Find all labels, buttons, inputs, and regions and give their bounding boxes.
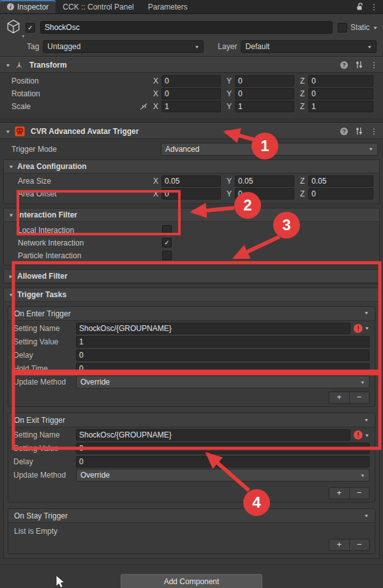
delay-field[interactable]: 0 [76, 456, 370, 467]
transform-header[interactable]: ▼ Transform ? ⋮ [0, 57, 383, 73]
interaction-filter-foldout-icon[interactable]: ▼ [8, 212, 15, 218]
on-exit-dropdown-arrow-icon[interactable]: ▼ [364, 418, 369, 422]
y-letter: Y [227, 177, 232, 186]
remove-task-button[interactable]: − [349, 540, 370, 550]
on-enter-dropdown-arrow-icon[interactable]: ▼ [364, 311, 369, 316]
interaction-filter-header[interactable]: ▼ Interaction Filter [4, 209, 379, 222]
presets-icon[interactable] [355, 127, 363, 135]
add-component-button[interactable]: Add Component [121, 574, 262, 588]
area-size-x-field[interactable]: 0.05 [161, 175, 221, 187]
gameobject-icon[interactable]: ▾ [5, 18, 26, 37]
add-task-button[interactable]: + [329, 540, 349, 550]
cvr-trigger-header[interactable]: ▼ CVR Advanced Avatar Trigger ? ⋮ [0, 123, 383, 139]
setting-name-field[interactable]: ShockOsc/{GROUPNAME} [76, 323, 350, 334]
add-task-button[interactable]: + [329, 488, 349, 499]
setting-name-dropdown-arrow-icon[interactable]: ▼ [364, 432, 370, 437]
tab-menu-kebab-icon[interactable]: ⋮ [370, 3, 378, 11]
tab-parameters-label: Parameters [148, 3, 188, 11]
layer-value: Default [245, 42, 269, 51]
update-method-value: Override [80, 378, 110, 386]
gameobject-name-input[interactable]: ShockOsc [40, 21, 333, 34]
unlock-icon[interactable] [356, 3, 364, 11]
cvr-foldout-icon[interactable]: ▼ [5, 128, 11, 134]
unity-inspector-window: i Inspector CCK :: Control Panel Paramet… [0, 0, 383, 588]
area-configuration-title: Area Configuration [17, 162, 87, 171]
delay-field[interactable]: 0 [76, 349, 370, 361]
scale-z-field[interactable]: 1 [308, 101, 373, 112]
layer-dropdown[interactable]: Default ▼ [241, 40, 377, 53]
area-size-label: Area Size [18, 177, 153, 186]
icon-picker-arrow[interactable]: ▾ [22, 34, 24, 39]
allowed-filter-header[interactable]: ► Allowed Filter [4, 270, 379, 283]
update-method-arrow-icon: ▼ [360, 379, 365, 384]
tag-dropdown[interactable]: Untagged ▼ [43, 40, 204, 53]
y-letter: Y [227, 189, 232, 198]
help-icon[interactable]: ? [340, 61, 348, 69]
static-dropdown-arrow-icon[interactable]: ▼ [373, 25, 378, 29]
static-checkbox[interactable] [338, 23, 347, 33]
transform-foldout-icon[interactable]: ▼ [5, 62, 11, 68]
area-configuration-header[interactable]: ▼ Area Configuration [4, 160, 379, 173]
setting-value-field[interactable]: 0 [76, 443, 370, 454]
rotation-row: Rotation X 0 Y 0 Z 0 [11, 88, 373, 99]
area-config-foldout-icon[interactable]: ▼ [8, 164, 15, 170]
component-separator [0, 118, 383, 123]
setting-value-field[interactable]: 1 [76, 336, 370, 348]
rotation-label: Rotation [11, 89, 153, 98]
area-offset-y-field[interactable]: 0 [235, 188, 294, 200]
on-enter-trigger-header[interactable]: On Enter Trigger ▼ [8, 307, 375, 321]
on-stay-trigger-header[interactable]: On Stay Trigger ▼ [8, 509, 375, 523]
help-icon[interactable]: ? [340, 128, 348, 135]
presets-icon[interactable] [355, 61, 363, 69]
area-offset-z-field[interactable]: 0 [308, 188, 373, 200]
remove-task-button[interactable]: − [349, 392, 370, 403]
area-size-y-field[interactable]: 0.05 [235, 175, 294, 187]
trigger-mode-dropdown[interactable]: Advanced ▼ [161, 143, 378, 156]
network-interaction-checkbox[interactable]: ✓ [162, 238, 172, 247]
update-method-label: Update Method [13, 471, 76, 480]
position-z-field[interactable]: 0 [308, 75, 373, 87]
setting-name-dropdown-arrow-icon[interactable]: ▼ [364, 326, 370, 330]
rotation-y-field[interactable]: 0 [235, 88, 294, 99]
network-interaction-label: Network Interaction [18, 239, 162, 247]
transform-kebab-icon[interactable]: ⋮ [370, 61, 378, 70]
hold-time-field[interactable]: 0 [76, 363, 370, 374]
trigger-tasks-foldout-icon[interactable]: ▼ [8, 292, 15, 298]
area-offset-row: Area Offset X 0 Y 0 Z 0 [18, 188, 373, 200]
setting-value-label: Setting Value [13, 444, 76, 453]
trigger-tasks-header[interactable]: ▼ Trigger Tasks [4, 288, 379, 302]
remove-task-button[interactable]: − [349, 488, 370, 499]
update-method-arrow-icon: ▼ [360, 473, 365, 477]
tab-inspector[interactable]: i Inspector [0, 0, 56, 13]
scale-x-field[interactable]: 1 [161, 101, 221, 112]
local-interaction-checkbox[interactable] [162, 225, 172, 235]
on-stay-dropdown-arrow-icon[interactable]: ▼ [364, 513, 369, 518]
add-task-button[interactable]: + [329, 392, 349, 403]
layer-dropdown-arrow-icon: ▼ [367, 44, 372, 48]
allowed-filter-foldout-icon[interactable]: ► [8, 274, 15, 279]
particle-interaction-row: Particle Interaction [18, 249, 373, 261]
transform-icon [15, 61, 24, 70]
update-method-dropdown[interactable]: Override ▼ [76, 376, 370, 388]
rotation-x-field[interactable]: 0 [161, 88, 221, 99]
scale-y-field[interactable]: 1 [235, 101, 294, 112]
on-exit-trigger-header[interactable]: On Exit Trigger ▼ [8, 413, 375, 427]
position-y-field[interactable]: 0 [235, 75, 294, 87]
particle-interaction-checkbox[interactable] [162, 251, 172, 260]
z-letter: Z [300, 177, 306, 186]
cvr-kebab-icon[interactable]: ⋮ [370, 127, 378, 136]
area-offset-x-field[interactable]: 0 [161, 188, 221, 200]
update-method-dropdown[interactable]: Override ▼ [76, 469, 370, 481]
setting-name-field[interactable]: ShockOsc/{GROUPNAME} [76, 429, 350, 441]
active-checkbox[interactable]: ✓ [26, 23, 35, 33]
position-x-field[interactable]: 0 [161, 75, 221, 87]
allowed-filter-box: ► Allowed Filter [3, 269, 380, 284]
area-size-z-field[interactable]: 0.05 [308, 175, 373, 187]
rotation-z-field[interactable]: 0 [308, 88, 373, 99]
tab-cck-control-panel[interactable]: CCK :: Control Panel [56, 0, 140, 13]
transform-body: Position X 0 Y 0 Z 0 Rotation X 0 Y 0 Z … [0, 73, 383, 118]
tab-parameters[interactable]: Parameters [141, 0, 195, 13]
setting-name-row: Setting Name ShockOsc/{GROUPNAME} ! ▼ [13, 323, 370, 334]
link-broken-icon[interactable] [139, 103, 148, 110]
setting-value-row: Setting Value 0 [13, 443, 370, 454]
